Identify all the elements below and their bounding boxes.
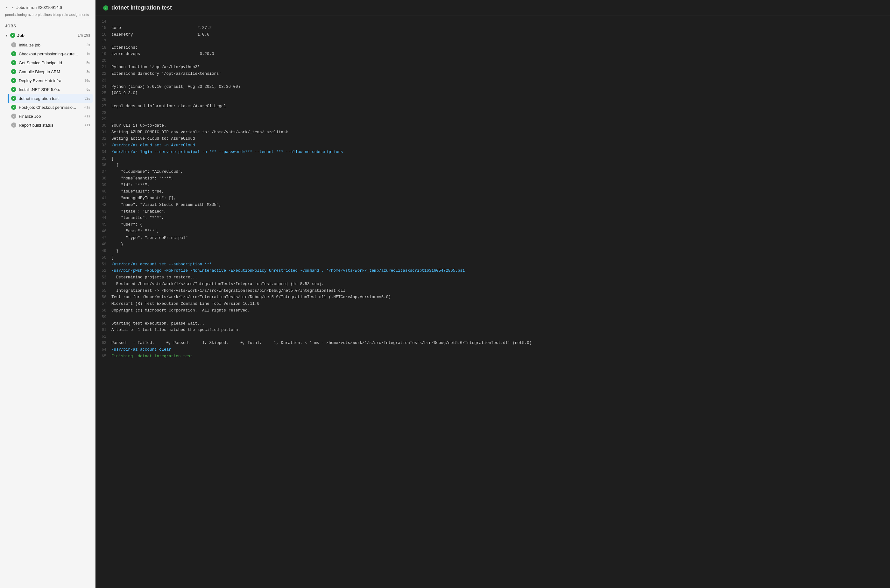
line-number: 62 [96,334,111,339]
line-number: 61 [96,327,111,333]
job-item-label: Finalize Job [19,114,82,118]
line-content: Extensions: [111,45,890,51]
log-line: 22Extensions directory '/opt/az/azcliext… [96,70,890,77]
line-number: 37 [96,169,111,175]
line-number: 40 [96,189,111,194]
line-content: "type": "servicePrincipal" [111,235,890,241]
line-number: 31 [96,129,111,135]
line-content: /usr/bin/pwsh -NoLogo -NoProfile -NonInt… [111,268,890,274]
line-number: 32 [96,136,111,142]
line-content: Python location '/opt/az/bin/python3' [111,64,890,70]
line-content: Legal docs and information: aka.ms/Azure… [111,104,890,110]
log-line: 33/usr/bin/az cloud set -n AzureCloud [96,142,890,149]
line-content: } [111,242,890,248]
line-number: 56 [96,294,111,300]
log-line: 45 "user": { [96,222,890,228]
job-item[interactable]: Get Service Principal Id5s [8,58,93,67]
line-number: 50 [96,255,111,261]
job-item-label: Initialize job [19,43,84,47]
line-content: Extensions directory '/opt/az/azcliexten… [111,71,890,77]
log-line: 17 [96,38,890,45]
job-item-label: Checkout permissioning-azure... [19,51,84,56]
log-line: 24Python (Linux) 3.6.10 (default, Aug 23… [96,84,890,90]
job-item[interactable]: Report build status<1s [8,121,93,129]
line-number: 21 [96,64,111,70]
line-number: 51 [96,261,111,267]
line-number: 19 [96,51,111,57]
job-item[interactable]: Compile Bicep to ARM3s [8,67,93,76]
line-content: Copyright (c) Microsoft Corporation. All… [111,308,890,314]
log-line: 31Setting AZURE_CONFIG_DIR env variable … [96,129,890,136]
line-number: 55 [96,288,111,294]
line-number: 28 [96,110,111,116]
line-content: telemetry 1.0.6 [111,32,890,38]
line-number: 36 [96,162,111,168]
log-line: 29 [96,116,890,123]
line-number: 35 [96,156,111,162]
line-number: 46 [96,228,111,234]
job-item-label: Post-job: Checkout permissio... [19,105,82,110]
line-content: "name": "***", [111,228,890,234]
job-item-duration: <1s [84,123,90,127]
job-item[interactable]: dotnet integration test32s [8,94,93,103]
line-content: "homeTenantId": "***", [111,176,890,182]
job-item-duration: 2s [86,43,90,47]
log-line: 32Setting active cloud to: AzureCloud [96,135,890,142]
line-number: 48 [96,242,111,247]
line-content: { [111,162,890,168]
line-number: 65 [96,354,111,359]
job-item[interactable]: Install .NET SDK 5.0.x6s [8,85,93,94]
job-group-header[interactable]: ▼ Job 1m 29s [3,30,93,40]
line-number: 59 [96,314,111,320]
job-item-duration: 6s [86,87,90,92]
job-item[interactable]: Post-job: Checkout permissio...<1s [8,103,93,112]
job-item-status-icon [11,60,16,65]
log-line: 28 [96,110,890,116]
main-panel: dotnet integration test 1415core 2.27.21… [96,0,890,588]
line-content: ] [111,255,890,261]
line-content: Determining projects to restore... [111,274,890,280]
job-group-duration: 1m 29s [78,33,90,38]
line-number: 52 [96,268,111,274]
job-item-label: Install .NET SDK 5.0.x [19,87,84,92]
job-item-status-icon [11,114,16,118]
log-line: 53 Determining projects to restore... [96,274,890,281]
job-item-duration: 1s [86,52,90,56]
line-content: "tenantId": "***", [111,215,890,221]
log-line: 15core 2.27.2 [96,25,890,32]
line-content: /usr/bin/az account clear [111,347,890,353]
line-number: 29 [96,117,111,122]
page-title: ← Jobs in run #20210914.6 [11,5,62,10]
job-item-status-icon [11,123,16,128]
line-content: [ [111,156,890,162]
log-line: 38 "homeTenantId": "***", [96,176,890,182]
line-number: 38 [96,176,111,182]
log-line: 65Finishing: dotnet integration test [96,353,890,360]
log-line: 59 [96,314,890,320]
back-button[interactable]: ← ← Jobs in run #20210914.6 [5,5,62,12]
job-item[interactable]: Deploy Event Hub infra36s [8,76,93,85]
line-number: 24 [96,84,111,90]
job-item[interactable]: Finalize Job<1s [8,112,93,121]
log-line: 49 } [96,248,890,255]
line-content: Python (Linux) 3.6.10 (default, Aug 23 2… [111,84,890,90]
job-item[interactable]: Initialize job2s [8,40,93,50]
log-container[interactable]: 1415core 2.27.216telemetry 1.0.61718Exte… [96,16,890,588]
log-line: 27Legal docs and information: aka.ms/Azu… [96,103,890,110]
log-line: 54 Restored /home/vsts/work/1/s/src/Inte… [96,281,890,288]
job-item-label: dotnet integration test [19,96,82,101]
log-line: 50] [96,255,890,261]
line-number: 15 [96,25,111,31]
log-line: 41 "managedByTenants": [], [96,195,890,202]
job-item[interactable]: Checkout permissioning-azure...1s [8,50,93,58]
main-status-icon [103,5,108,10]
job-item-duration: 32s [84,96,90,100]
line-number: 47 [96,235,111,241]
line-number: 33 [96,142,111,148]
job-group: ▼ Job 1m 29s Initialize job2sCheckout pe… [0,30,95,129]
line-number: 60 [96,321,111,327]
log-line: 25[GCC 9.3.0] [96,90,890,97]
line-content: Restored /home/vsts/work/1/s/src/Integra… [111,281,890,287]
line-content: core 2.27.2 [111,25,890,31]
job-item-duration: 36s [84,79,90,82]
